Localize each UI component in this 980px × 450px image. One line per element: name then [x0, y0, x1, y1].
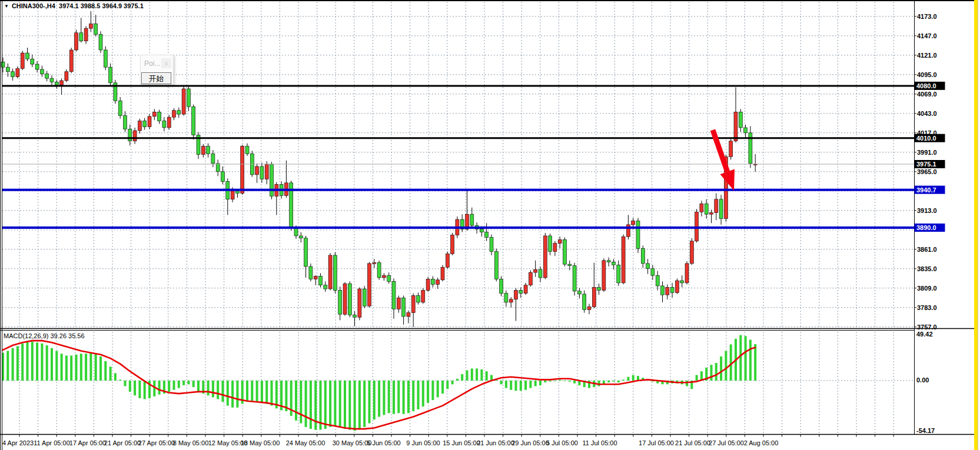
macd-bar [749, 340, 752, 381]
macd-bar [344, 381, 346, 429]
macd-bar [486, 371, 488, 381]
macd-bar [300, 381, 302, 424]
macd-bar [573, 381, 576, 384]
macd-bar [339, 381, 341, 427]
bear-candle [299, 236, 303, 238]
bull-candle [690, 241, 693, 264]
macd-bar [358, 381, 361, 429]
price-tick-label: 3913.0 [917, 207, 937, 214]
macd-bar [403, 381, 405, 414]
bear-candle [55, 82, 58, 85]
macd-bar [65, 355, 68, 381]
macd-bar [75, 355, 78, 381]
price-tick-label: 4173.0 [917, 13, 937, 20]
macd-bar [559, 379, 561, 381]
macd-bar [334, 381, 336, 426]
bear-candle [260, 166, 264, 179]
time-tick-label: 29 Jun 05:00 [511, 439, 549, 446]
bull-candle [675, 281, 679, 292]
macd-bar [16, 346, 19, 381]
macd-bar [529, 381, 531, 388]
macd-bar [696, 375, 698, 381]
macd-bar [271, 381, 273, 406]
bull-candle [441, 267, 444, 280]
macd-bar [627, 377, 629, 381]
bear-candle [40, 69, 44, 74]
bear-candle [31, 59, 34, 64]
bear-candle [568, 264, 572, 266]
bear-candle [26, 53, 29, 59]
macd-scale-min: -54.17 [916, 427, 935, 434]
start-button[interactable]: 开始 [141, 72, 171, 84]
bull-candle [700, 204, 703, 212]
bull-candle [632, 221, 635, 225]
bull-candle [75, 33, 78, 50]
bear-candle [1, 62, 5, 67]
macd-bar [730, 344, 732, 381]
bull-candle [524, 285, 527, 294]
macd-bar [617, 381, 620, 382]
bull-candle [201, 146, 205, 155]
macd-bar [222, 381, 224, 402]
macd-bar [607, 381, 610, 382]
macd-bar [407, 381, 410, 413]
bull-candle [626, 225, 630, 236]
bull-candle [328, 255, 332, 289]
macd-bar [451, 381, 454, 384]
macd-bar [61, 354, 63, 381]
macd-bar [383, 381, 385, 415]
bull-candle [382, 275, 386, 278]
macd-bar [373, 381, 376, 419]
bull-candle [343, 284, 347, 314]
bull-candle [734, 112, 738, 141]
macd-bar [368, 381, 371, 424]
bear-candle [656, 275, 659, 286]
macd-bar [158, 381, 161, 395]
macd-bar [422, 381, 424, 406]
macd-bar [427, 381, 429, 403]
macd-bar [192, 381, 195, 387]
bull-candle [133, 131, 137, 141]
bear-candle [539, 269, 542, 278]
macd-bar [89, 353, 92, 381]
bear-candle [577, 291, 581, 294]
macd-bar [524, 381, 527, 390]
price-level-badge-label: 3890.0 [916, 224, 936, 231]
chevron-down-icon[interactable]: ▼ [4, 4, 9, 9]
time-tick-label: 30 May 05:00 [333, 439, 372, 446]
bear-candle [417, 295, 420, 302]
macd-bar [6, 351, 9, 381]
bear-candle [35, 64, 39, 69]
bear-candle [45, 74, 49, 79]
popup-titlebar[interactable]: Poi... x [141, 55, 173, 72]
price-tick-label: 4043.0 [917, 110, 937, 117]
close-icon[interactable]: x [161, 58, 171, 68]
macd-bar [397, 381, 400, 413]
bear-candle [216, 164, 220, 172]
trading-terminal-chart-window: 4173.04147.04121.04095.04069.04043.04017… [0, 0, 980, 450]
price-tick-label: 4147.0 [917, 32, 937, 39]
time-tick-label: 11 Jul 05:00 [582, 439, 617, 446]
price-tick-label: 4095.0 [917, 71, 937, 78]
macd-bar [739, 335, 742, 381]
script-popup-window: Poi... x 开始 [140, 55, 174, 85]
bear-candle [94, 24, 98, 35]
macd-bar [534, 381, 537, 386]
bull-candle [622, 236, 625, 283]
macd-bar [55, 351, 58, 381]
bear-candle [705, 204, 708, 214]
macd-bar [129, 381, 131, 392]
bear-candle [597, 288, 601, 291]
macd-bar [109, 366, 112, 381]
bear-candle [211, 154, 215, 163]
price-level-badge-label: 4080.0 [916, 82, 936, 89]
bear-candle [607, 261, 610, 262]
macd-scale-max: 49.42 [916, 331, 933, 338]
macd-bar [549, 381, 552, 382]
bear-candle [50, 78, 54, 82]
macd-bar [178, 381, 180, 388]
time-tick-label: 21 Jun 05:00 [477, 439, 514, 446]
macd-bar [70, 355, 72, 381]
bull-candle [451, 235, 454, 254]
macd-bar [12, 348, 14, 381]
